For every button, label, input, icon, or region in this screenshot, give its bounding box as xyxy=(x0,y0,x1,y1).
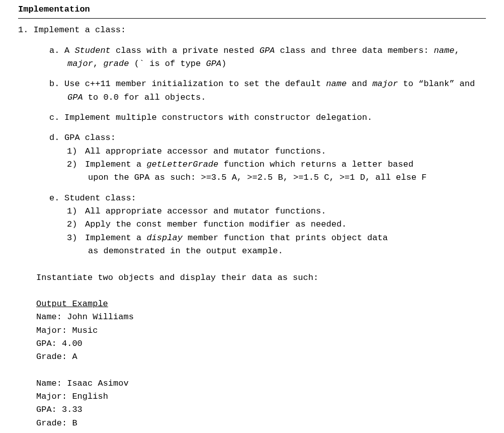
instantiate-line: Instantiate two objects and display thei… xyxy=(31,271,486,284)
item-e-3-mid: member function that prints object data xyxy=(183,233,388,243)
item-b-name: name xyxy=(326,79,347,89)
item-a-major: major xyxy=(67,59,93,68)
out1-gpa: GPA: 4.00 xyxy=(49,337,486,350)
main-item-1: 1. Implement a class: a.A Student class … xyxy=(18,24,486,430)
item-a-name: name xyxy=(434,46,455,55)
val1-grade: A xyxy=(72,352,77,362)
item-a-marker: a. xyxy=(49,44,64,57)
alpha-c: c.Implement multiple constructors with c… xyxy=(31,111,486,124)
item-e-2-marker: 2) xyxy=(67,218,85,231)
item-b-wrap: b.Use c++11 member initialization to set… xyxy=(31,78,486,104)
item-e-2-text: Apply the const member function modifier… xyxy=(85,220,347,229)
item-c-marker: c. xyxy=(49,111,64,124)
item-e-3-pre: Implement a xyxy=(85,233,146,243)
alpha-d: d.GPA class: xyxy=(31,131,486,145)
item-a-c1: , xyxy=(454,46,459,55)
item-d-2-mid: function which returns a letter based xyxy=(218,160,413,169)
item-a-pre: A xyxy=(64,46,74,55)
item-a-gpa2: GPA xyxy=(206,59,221,68)
item-d-2-marker: 2) xyxy=(67,158,85,171)
alpha-e: e.Student class: xyxy=(31,192,486,205)
item-e-wrap: e.Student class: 1)All appropriate acces… xyxy=(31,192,486,258)
item-a-c2: , xyxy=(93,59,103,68)
val1-gpa: 4.00 xyxy=(62,339,82,348)
item-d-2-hang: upon the GPA as such: >=3.5 A, >=2.5 B, … xyxy=(88,171,486,184)
item-e-2: 2)Apply the const member function modifi… xyxy=(31,218,486,231)
item-d-2-pre: Implement a xyxy=(85,160,146,169)
out1-grade: Grade: A xyxy=(49,350,486,364)
item-b-rest: to 0.0 for all objects. xyxy=(83,93,206,102)
e-sublist: 1)All appropriate accessor and mutator f… xyxy=(31,205,486,258)
item-a-grade: grade xyxy=(103,59,129,68)
item-b-major: major xyxy=(372,79,398,89)
main-item-number: 1. xyxy=(18,25,28,35)
page: Implementation 1. Implement a class: a.A… xyxy=(0,3,504,430)
out2-grade: Grade: B xyxy=(49,417,486,430)
val1-name: John Williams xyxy=(67,312,134,322)
val1-major: Music xyxy=(72,326,98,335)
item-b-gpa: GPA xyxy=(67,93,83,102)
label-name-2: Name: xyxy=(36,379,67,388)
val2-gpa: 3.33 xyxy=(62,405,82,414)
item-d: d.GPA class: xyxy=(31,131,486,145)
item-e-3-hang: as demonstrated in the output example. xyxy=(88,245,486,258)
alpha-b: b.Use c++11 member initialization to set… xyxy=(31,78,486,104)
label-grade-2: Grade: xyxy=(36,418,72,428)
alpha-list: a.A Student class with a private nested … xyxy=(31,44,486,258)
item-b-pre: Use c++11 member initialization to set t… xyxy=(64,79,326,89)
item-b-and: and xyxy=(347,79,372,89)
val2-grade: B xyxy=(72,418,77,428)
out2-gpa: GPA: 3.33 xyxy=(49,403,486,416)
out1-name: Name: John Williams xyxy=(49,311,486,324)
label-major: Major: xyxy=(36,326,72,335)
out2-major: Major: English xyxy=(49,390,486,403)
item-b: b.Use c++11 member initialization to set… xyxy=(31,78,486,104)
item-a-mid2: class and three data members: xyxy=(275,46,434,55)
main-list: 1. Implement a class: a.A Student class … xyxy=(18,24,486,430)
item-d-1: 1)All appropriate accessor and mutator f… xyxy=(31,145,486,158)
output-block: Output Example Name: John Williams Major… xyxy=(31,298,486,430)
item-a-student: Student xyxy=(74,46,110,55)
item-d-1-text: All appropriate accessor and mutator fun… xyxy=(85,147,326,156)
item-e-3-marker: 3) xyxy=(67,232,85,245)
item-a-mid1: class with a private nested xyxy=(111,46,260,55)
val2-name: Isaac Asimov xyxy=(67,379,128,388)
item-e-1: 1)All appropriate accessor and mutator f… xyxy=(31,205,486,218)
item-e-marker: e. xyxy=(49,192,64,205)
alpha-a: a.A Student class with a private nested … xyxy=(31,44,486,71)
output-title: Output Example xyxy=(49,298,486,311)
label-name: Name: xyxy=(36,312,67,322)
item-d-text: GPA class: xyxy=(64,133,116,142)
label-gpa: GPA: xyxy=(36,339,62,348)
label-grade: Grade: xyxy=(36,352,72,362)
item-e-3-fn: display xyxy=(146,233,182,243)
section-title: Implementation xyxy=(18,3,486,19)
item-d-2-fn: getLetterGrade xyxy=(146,160,218,169)
item-e-1-marker: 1) xyxy=(67,205,85,218)
item-a-gpa: GPA xyxy=(260,46,275,55)
item-e-text: Student class: xyxy=(64,193,136,203)
main-item-text: Implement a class: xyxy=(34,25,126,35)
item-e-1-text: All appropriate accessor and mutator fun… xyxy=(85,206,326,216)
label-gpa-2: GPA: xyxy=(36,405,62,414)
item-e-3: 3)Implement a display member function th… xyxy=(31,232,486,258)
out1-major: Major: Music xyxy=(49,324,486,337)
label-major-2: Major: xyxy=(36,392,72,401)
output-record-1: Name: John Williams Major: Music GPA: 4.… xyxy=(49,311,486,364)
item-d-2: 2)Implement a getLetterGrade function wh… xyxy=(31,158,486,185)
item-a-wrap: a.A Student class with a private nested … xyxy=(31,44,486,71)
item-b-marker: b. xyxy=(49,78,64,91)
item-d-marker: d. xyxy=(49,131,64,145)
item-a-paren: (` is of type xyxy=(129,59,206,68)
val2-major: English xyxy=(72,392,108,401)
output-record-2: Name: Isaac Asimov Major: English GPA: 3… xyxy=(49,377,486,430)
item-d-wrap: d.GPA class: 1)All appropriate accessor … xyxy=(31,131,486,184)
out2-name: Name: Isaac Asimov xyxy=(49,377,486,390)
item-d-1-marker: 1) xyxy=(67,145,85,158)
item-a: a.A Student class with a private nested … xyxy=(31,44,486,71)
item-a-close: ) xyxy=(221,59,226,68)
item-c-wrap: c.Implement multiple constructors with c… xyxy=(31,111,486,124)
item-c: c.Implement multiple constructors with c… xyxy=(31,111,486,124)
item-b-to: to “blank” and xyxy=(398,79,475,89)
d-sublist: 1)All appropriate accessor and mutator f… xyxy=(31,145,486,185)
